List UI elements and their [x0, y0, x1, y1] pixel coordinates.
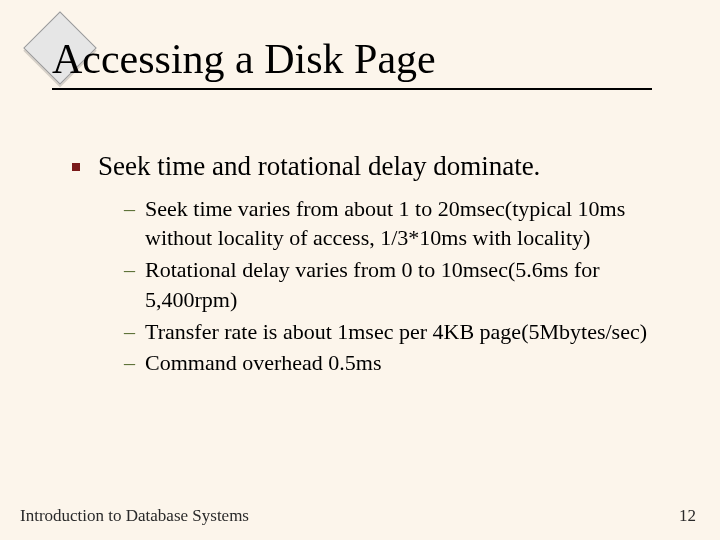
- sub-point-text: Transfer rate is about 1msec per 4KB pag…: [145, 317, 647, 347]
- sub-point-text: Command overhead 0.5ms: [145, 348, 381, 378]
- footer-left-text: Introduction to Database Systems: [20, 506, 249, 526]
- list-item: – Command overhead 0.5ms: [124, 348, 662, 378]
- list-item: – Seek time varies from about 1 to 20mse…: [124, 194, 662, 253]
- title-underline: [52, 88, 652, 90]
- list-item: – Transfer rate is about 1msec per 4KB p…: [124, 317, 662, 347]
- list-item: – Rotational delay varies from 0 to 10ms…: [124, 255, 662, 314]
- sub-bullet-list: – Seek time varies from about 1 to 20mse…: [124, 194, 662, 378]
- main-point-text: Seek time and rotational delay dominate.: [98, 150, 540, 184]
- page-number: 12: [679, 506, 696, 526]
- main-bullet-item: Seek time and rotational delay dominate.: [72, 150, 662, 184]
- dash-bullet-icon: –: [124, 348, 135, 378]
- dash-bullet-icon: –: [124, 194, 135, 224]
- title-area: Accessing a Disk Page: [52, 38, 436, 80]
- sub-point-text: Rotational delay varies from 0 to 10msec…: [145, 255, 662, 314]
- dash-bullet-icon: –: [124, 317, 135, 347]
- slide: Accessing a Disk Page Seek time and rota…: [0, 0, 720, 540]
- slide-body: Seek time and rotational delay dominate.…: [72, 150, 662, 380]
- sub-point-text: Seek time varies from about 1 to 20msec(…: [145, 194, 662, 253]
- dash-bullet-icon: –: [124, 255, 135, 285]
- slide-title: Accessing a Disk Page: [52, 38, 436, 80]
- square-bullet-icon: [72, 163, 80, 171]
